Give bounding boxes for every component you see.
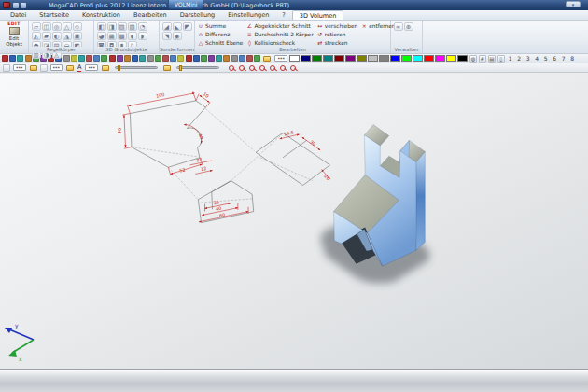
toolbar-icon[interactable] xyxy=(124,55,131,62)
color-swatch[interactable] xyxy=(390,55,400,62)
base-object-icon[interactable]: ▩ xyxy=(118,32,127,40)
layer-name-field[interactable]: *** xyxy=(50,64,63,71)
schnitt-ebene-button[interactable]: △Schnitt Ebene xyxy=(197,38,243,47)
solid-primitive-icon[interactable]: ▰ xyxy=(42,32,51,40)
toolbar-misc-icon[interactable]: ◍ xyxy=(469,55,477,63)
base-object-icon[interactable]: ◗ xyxy=(138,32,147,40)
toolbar-misc-icon[interactable]: # xyxy=(479,55,486,63)
zoom-tool-icon[interactable] xyxy=(290,65,296,71)
view-number-button[interactable]: 4 xyxy=(532,55,541,62)
view-number-button[interactable]: 8 xyxy=(567,55,577,62)
solid-primitive-icon[interactable]: ◮ xyxy=(63,32,72,40)
view-number-button[interactable]: 1 xyxy=(506,55,515,62)
toolbar-icon[interactable] xyxy=(9,55,16,62)
color-swatch[interactable] xyxy=(446,55,456,62)
verschieben-button[interactable]: ↔verschieben xyxy=(316,21,357,30)
edit-object-button[interactable]: EDIT Edit Objekt xyxy=(2,21,26,47)
kollisionscheck-button[interactable]: ◊Kollisionscheck xyxy=(245,38,313,47)
app-tab-volmini[interactable]: VOLMini xyxy=(168,0,203,9)
drawing-canvas[interactable]: 100 10 45 40 52 32 12 25 40 60 19.5 30 2… xyxy=(0,74,588,369)
base-object-icon[interactable]: ◖ xyxy=(128,32,137,40)
base-object-icon[interactable]: ◕ xyxy=(97,32,106,40)
color-swatch[interactable] xyxy=(379,55,389,62)
app-icon[interactable] xyxy=(3,2,10,8)
toolbar-icon[interactable] xyxy=(147,55,154,62)
abgeknickter-schnitt-button[interactable]: ∠Abgeknickter Schnitt xyxy=(245,21,313,30)
slider-knob[interactable] xyxy=(179,65,182,71)
solid-primitive-icon[interactable]: ▱ xyxy=(32,22,41,31)
base-object-icon[interactable]: ▨ xyxy=(128,22,137,31)
color-swatch[interactable] xyxy=(345,55,356,62)
quick-access-icon[interactable] xyxy=(21,3,26,8)
toolbar-icon[interactable] xyxy=(216,55,222,62)
minimize-ribbon-button[interactable]: ▾ xyxy=(566,1,581,7)
menu-help[interactable]: ? xyxy=(275,10,291,20)
toolbar-icon[interactable] xyxy=(17,55,23,62)
folder-icon[interactable] xyxy=(263,56,271,62)
differenz-button[interactable]: ∩Differenz xyxy=(197,30,243,38)
color-swatch[interactable] xyxy=(357,55,367,62)
color-swatch[interactable] xyxy=(312,55,322,62)
folder-icon[interactable] xyxy=(30,65,37,71)
toolbar-misc-icon[interactable]: ▯ xyxy=(497,55,505,63)
menu-einstellungen[interactable]: Einstellungen xyxy=(221,10,275,20)
pen-style-icon[interactable]: A xyxy=(77,64,81,72)
solid-primitive-icon[interactable]: ◭ xyxy=(32,32,41,40)
menu-darstellung[interactable]: Darstellung xyxy=(174,10,222,20)
toolbar-icon[interactable] xyxy=(101,55,107,62)
current-color-swatch[interactable] xyxy=(289,55,300,62)
color-swatch[interactable] xyxy=(435,55,445,62)
strecken-button[interactable]: ⇄strecken xyxy=(316,38,357,47)
solid-primitive-icon[interactable]: ◫ xyxy=(42,22,51,31)
folder-icon[interactable] xyxy=(102,65,109,71)
quick-access-icon[interactable] xyxy=(13,3,19,8)
toolbar-icon[interactable] xyxy=(132,55,138,62)
solid-primitive-icon[interactable]: ▣ xyxy=(73,32,82,40)
group-select-icon[interactable] xyxy=(3,64,10,72)
folder-icon[interactable] xyxy=(66,65,74,71)
model-3d-lagerbock[interactable] xyxy=(334,125,426,267)
base-object-icon[interactable]: ◔ xyxy=(138,22,147,31)
color-swatch[interactable] xyxy=(334,55,344,62)
toolbar-icon[interactable] xyxy=(246,55,253,62)
toolbar-icon[interactable] xyxy=(254,55,260,62)
menu-datei[interactable]: Datei xyxy=(4,10,33,20)
special-shape-icon[interactable]: ◤ xyxy=(183,22,192,31)
pen-field[interactable]: *** xyxy=(85,64,98,71)
durchschnitt-button[interactable]: ≡Durchschnitt 2 Körper xyxy=(245,30,313,38)
toolbar-icon[interactable] xyxy=(208,55,215,62)
base-object-icon[interactable]: ▧ xyxy=(118,22,127,31)
toolbar-icon[interactable] xyxy=(186,55,192,62)
layer-field[interactable]: *** xyxy=(274,55,287,62)
color-swatch[interactable] xyxy=(368,55,378,62)
base-object-icon[interactable]: ◨ xyxy=(107,22,117,31)
color-swatch[interactable] xyxy=(457,55,468,62)
menu-startseite[interactable]: Startseite xyxy=(33,10,76,20)
manage-icon[interactable]: ∞ xyxy=(394,22,403,31)
toolbar-icon[interactable] xyxy=(139,55,146,62)
toolbar-icon[interactable] xyxy=(155,55,161,62)
base-object-icon[interactable]: ▦ xyxy=(107,32,117,40)
zoom-tool-icon[interactable] xyxy=(280,65,286,71)
zoom-tool-icon[interactable] xyxy=(239,65,245,71)
toolbar-icon[interactable] xyxy=(223,55,230,62)
special-shape-icon[interactable]: ◣ xyxy=(173,22,182,31)
zoom-tool-icon[interactable] xyxy=(229,65,234,71)
toolbar-icon[interactable] xyxy=(239,55,245,62)
toolbar-icon[interactable] xyxy=(162,55,169,62)
folder-icon[interactable] xyxy=(163,65,171,71)
toolbar-icon[interactable] xyxy=(109,55,116,62)
view-number-button[interactable]: 2 xyxy=(514,55,524,62)
tab-3d-volumen[interactable]: 3D Volumen xyxy=(292,10,344,20)
group-field[interactable]: *** xyxy=(13,64,26,71)
view-number-button[interactable]: 7 xyxy=(559,55,568,62)
menu-konstruktion[interactable]: Konstruktion xyxy=(76,10,127,20)
toolbar-misc-icon[interactable]: ▤ xyxy=(488,55,496,63)
toolbar-icon[interactable] xyxy=(117,55,123,62)
color-swatch[interactable] xyxy=(401,55,412,62)
special-shape-icon[interactable]: ◉ xyxy=(173,32,182,40)
zoom-tool-icon[interactable] xyxy=(270,65,275,71)
zoom-tool-icon[interactable] xyxy=(249,65,255,71)
color-swatch[interactable] xyxy=(424,55,434,62)
toolbar-icon[interactable] xyxy=(2,55,8,62)
